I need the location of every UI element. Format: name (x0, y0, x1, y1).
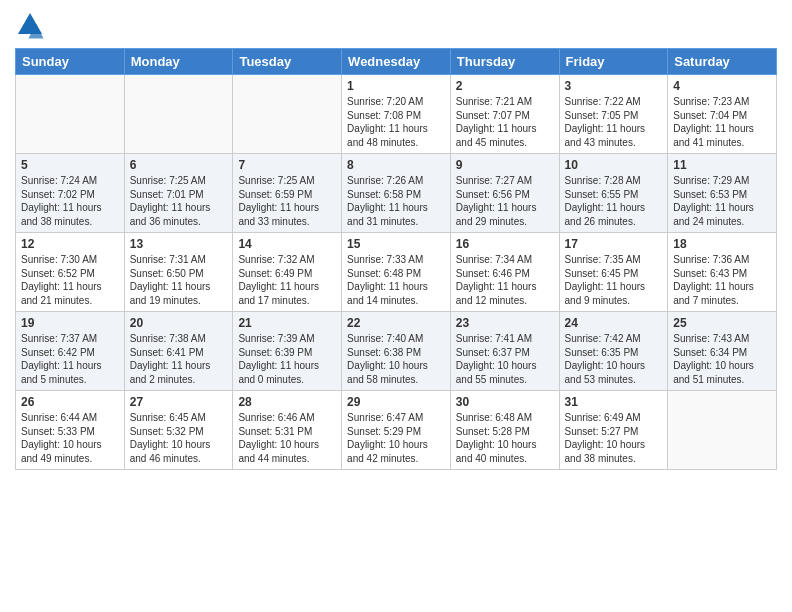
calendar-cell (668, 391, 777, 470)
calendar-cell: 31Sunrise: 6:49 AMSunset: 5:27 PMDayligh… (559, 391, 668, 470)
day-number: 25 (673, 316, 771, 330)
day-info: Sunrise: 7:39 AMSunset: 6:39 PMDaylight:… (238, 332, 336, 386)
page: SundayMondayTuesdayWednesdayThursdayFrid… (0, 0, 792, 612)
weekday-header-wednesday: Wednesday (342, 49, 451, 75)
day-number: 15 (347, 237, 445, 251)
day-info: Sunrise: 7:29 AMSunset: 6:53 PMDaylight:… (673, 174, 771, 228)
calendar-cell: 24Sunrise: 7:42 AMSunset: 6:35 PMDayligh… (559, 312, 668, 391)
calendar-cell: 16Sunrise: 7:34 AMSunset: 6:46 PMDayligh… (450, 233, 559, 312)
calendar-cell: 11Sunrise: 7:29 AMSunset: 6:53 PMDayligh… (668, 154, 777, 233)
day-info: Sunrise: 7:38 AMSunset: 6:41 PMDaylight:… (130, 332, 228, 386)
week-row-3: 19Sunrise: 7:37 AMSunset: 6:42 PMDayligh… (16, 312, 777, 391)
calendar-cell: 1Sunrise: 7:20 AMSunset: 7:08 PMDaylight… (342, 75, 451, 154)
day-info: Sunrise: 7:32 AMSunset: 6:49 PMDaylight:… (238, 253, 336, 307)
day-info: Sunrise: 7:31 AMSunset: 6:50 PMDaylight:… (130, 253, 228, 307)
day-number: 7 (238, 158, 336, 172)
day-number: 23 (456, 316, 554, 330)
calendar-cell: 12Sunrise: 7:30 AMSunset: 6:52 PMDayligh… (16, 233, 125, 312)
day-info: Sunrise: 7:27 AMSunset: 6:56 PMDaylight:… (456, 174, 554, 228)
week-row-0: 1Sunrise: 7:20 AMSunset: 7:08 PMDaylight… (16, 75, 777, 154)
calendar-cell: 14Sunrise: 7:32 AMSunset: 6:49 PMDayligh… (233, 233, 342, 312)
day-info: Sunrise: 7:40 AMSunset: 6:38 PMDaylight:… (347, 332, 445, 386)
day-number: 30 (456, 395, 554, 409)
calendar-cell: 13Sunrise: 7:31 AMSunset: 6:50 PMDayligh… (124, 233, 233, 312)
calendar-cell: 19Sunrise: 7:37 AMSunset: 6:42 PMDayligh… (16, 312, 125, 391)
day-number: 27 (130, 395, 228, 409)
day-info: Sunrise: 7:25 AMSunset: 6:59 PMDaylight:… (238, 174, 336, 228)
calendar-cell: 6Sunrise: 7:25 AMSunset: 7:01 PMDaylight… (124, 154, 233, 233)
day-info: Sunrise: 6:48 AMSunset: 5:28 PMDaylight:… (456, 411, 554, 465)
day-info: Sunrise: 7:20 AMSunset: 7:08 PMDaylight:… (347, 95, 445, 149)
weekday-header-thursday: Thursday (450, 49, 559, 75)
day-info: Sunrise: 7:37 AMSunset: 6:42 PMDaylight:… (21, 332, 119, 386)
day-info: Sunrise: 7:33 AMSunset: 6:48 PMDaylight:… (347, 253, 445, 307)
day-number: 3 (565, 79, 663, 93)
calendar-cell: 20Sunrise: 7:38 AMSunset: 6:41 PMDayligh… (124, 312, 233, 391)
day-number: 16 (456, 237, 554, 251)
weekday-header-saturday: Saturday (668, 49, 777, 75)
calendar-cell: 5Sunrise: 7:24 AMSunset: 7:02 PMDaylight… (16, 154, 125, 233)
week-row-4: 26Sunrise: 6:44 AMSunset: 5:33 PMDayligh… (16, 391, 777, 470)
calendar-cell (124, 75, 233, 154)
logo-icon (15, 10, 45, 40)
week-row-1: 5Sunrise: 7:24 AMSunset: 7:02 PMDaylight… (16, 154, 777, 233)
day-number: 22 (347, 316, 445, 330)
day-info: Sunrise: 7:25 AMSunset: 7:01 PMDaylight:… (130, 174, 228, 228)
calendar-table: SundayMondayTuesdayWednesdayThursdayFrid… (15, 48, 777, 470)
calendar-cell: 22Sunrise: 7:40 AMSunset: 6:38 PMDayligh… (342, 312, 451, 391)
day-number: 31 (565, 395, 663, 409)
day-number: 12 (21, 237, 119, 251)
calendar-cell: 10Sunrise: 7:28 AMSunset: 6:55 PMDayligh… (559, 154, 668, 233)
calendar-cell: 8Sunrise: 7:26 AMSunset: 6:58 PMDaylight… (342, 154, 451, 233)
calendar-cell: 7Sunrise: 7:25 AMSunset: 6:59 PMDaylight… (233, 154, 342, 233)
day-info: Sunrise: 6:47 AMSunset: 5:29 PMDaylight:… (347, 411, 445, 465)
day-number: 2 (456, 79, 554, 93)
calendar-cell (16, 75, 125, 154)
day-number: 17 (565, 237, 663, 251)
calendar-cell: 3Sunrise: 7:22 AMSunset: 7:05 PMDaylight… (559, 75, 668, 154)
day-info: Sunrise: 6:46 AMSunset: 5:31 PMDaylight:… (238, 411, 336, 465)
day-number: 11 (673, 158, 771, 172)
day-info: Sunrise: 7:34 AMSunset: 6:46 PMDaylight:… (456, 253, 554, 307)
calendar-cell: 25Sunrise: 7:43 AMSunset: 6:34 PMDayligh… (668, 312, 777, 391)
logo (15, 10, 49, 40)
day-info: Sunrise: 7:42 AMSunset: 6:35 PMDaylight:… (565, 332, 663, 386)
calendar-cell: 27Sunrise: 6:45 AMSunset: 5:32 PMDayligh… (124, 391, 233, 470)
calendar-cell: 17Sunrise: 7:35 AMSunset: 6:45 PMDayligh… (559, 233, 668, 312)
calendar-cell: 23Sunrise: 7:41 AMSunset: 6:37 PMDayligh… (450, 312, 559, 391)
day-number: 13 (130, 237, 228, 251)
day-number: 14 (238, 237, 336, 251)
day-number: 29 (347, 395, 445, 409)
day-info: Sunrise: 7:24 AMSunset: 7:02 PMDaylight:… (21, 174, 119, 228)
calendar-cell: 30Sunrise: 6:48 AMSunset: 5:28 PMDayligh… (450, 391, 559, 470)
day-number: 9 (456, 158, 554, 172)
calendar-cell (233, 75, 342, 154)
calendar-cell: 4Sunrise: 7:23 AMSunset: 7:04 PMDaylight… (668, 75, 777, 154)
day-info: Sunrise: 7:41 AMSunset: 6:37 PMDaylight:… (456, 332, 554, 386)
day-info: Sunrise: 7:22 AMSunset: 7:05 PMDaylight:… (565, 95, 663, 149)
day-number: 28 (238, 395, 336, 409)
day-number: 26 (21, 395, 119, 409)
header-row: SundayMondayTuesdayWednesdayThursdayFrid… (16, 49, 777, 75)
weekday-header-monday: Monday (124, 49, 233, 75)
day-info: Sunrise: 7:23 AMSunset: 7:04 PMDaylight:… (673, 95, 771, 149)
calendar-cell: 28Sunrise: 6:46 AMSunset: 5:31 PMDayligh… (233, 391, 342, 470)
calendar-cell: 29Sunrise: 6:47 AMSunset: 5:29 PMDayligh… (342, 391, 451, 470)
day-number: 6 (130, 158, 228, 172)
day-number: 1 (347, 79, 445, 93)
day-number: 5 (21, 158, 119, 172)
day-info: Sunrise: 7:26 AMSunset: 6:58 PMDaylight:… (347, 174, 445, 228)
day-number: 10 (565, 158, 663, 172)
day-info: Sunrise: 7:28 AMSunset: 6:55 PMDaylight:… (565, 174, 663, 228)
day-number: 18 (673, 237, 771, 251)
header (15, 10, 777, 40)
calendar-cell: 21Sunrise: 7:39 AMSunset: 6:39 PMDayligh… (233, 312, 342, 391)
day-number: 19 (21, 316, 119, 330)
weekday-header-tuesday: Tuesday (233, 49, 342, 75)
day-number: 24 (565, 316, 663, 330)
day-info: Sunrise: 7:36 AMSunset: 6:43 PMDaylight:… (673, 253, 771, 307)
day-number: 20 (130, 316, 228, 330)
calendar-cell: 9Sunrise: 7:27 AMSunset: 6:56 PMDaylight… (450, 154, 559, 233)
day-info: Sunrise: 7:43 AMSunset: 6:34 PMDaylight:… (673, 332, 771, 386)
day-number: 8 (347, 158, 445, 172)
